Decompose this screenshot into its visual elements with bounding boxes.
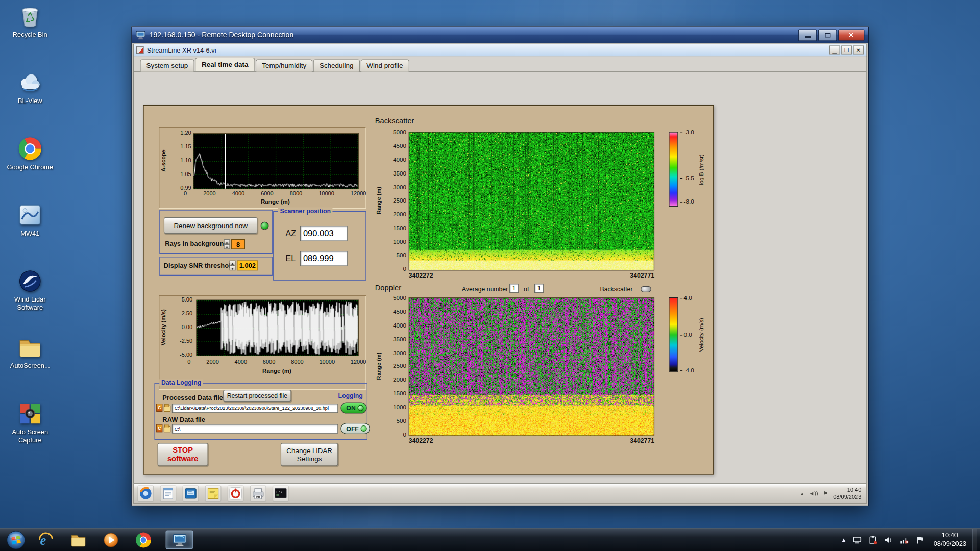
backscatter-colorbar — [669, 132, 678, 207]
xr-printer-icon[interactable]: XR — [250, 485, 266, 502]
terminal-icon[interactable]: C:\ — [273, 485, 289, 502]
desktop-icon-recycle-bin[interactable]: Recycle Bin — [3, 4, 58, 62]
vnc-icon[interactable] — [183, 485, 199, 502]
remote-flag-icon[interactable]: ⚑ — [823, 490, 828, 496]
tab-real-time-data[interactable]: Real time data — [195, 58, 255, 71]
hidden-icons-arrow[interactable]: ▲ — [841, 537, 847, 543]
az-label: AZ — [286, 229, 296, 238]
tick-label: 0 — [184, 190, 187, 196]
rays-spinner[interactable] — [224, 239, 230, 249]
tick-label: 1.15 — [180, 144, 191, 150]
browser-icon[interactable] — [137, 485, 154, 502]
raw-browse-folder-icon[interactable] — [164, 426, 170, 432]
data-logging-title: Data Logging — [159, 379, 203, 386]
desktop-icon-google-chrome[interactable]: Google Chrome — [3, 136, 58, 195]
taskbar: e ▲ 10:40 08/09/2023 — [0, 528, 980, 551]
doppler-colorbar-tick-mid: 0.0 — [680, 331, 692, 338]
processed-logging-toggle[interactable]: ON — [340, 403, 366, 414]
desktop-icon-wind-lidar-software[interactable]: Wind Lidar Software — [3, 269, 58, 328]
raw-data-file-label: RAW Data file — [162, 415, 205, 423]
backscatter-xtick-labels: 3402272 3402771 — [409, 272, 654, 279]
action-center-flag-icon[interactable] — [915, 535, 924, 544]
processed-file-path-input[interactable]: C:\LidarA\Data\Proc\2023\202309\20230908… — [172, 404, 338, 413]
streamline-titlebar: StreamLine XR v14-6.vi ▁ ❐ ✕ — [134, 44, 866, 56]
backscatter-colorbar-tick-max: -3.0 — [680, 129, 694, 135]
tick-label: 4000 — [393, 321, 406, 328]
power-icon[interactable] — [228, 485, 244, 502]
folder-icon — [17, 335, 42, 360]
minimize-button[interactable] — [798, 29, 817, 41]
desktop-icon-mw41[interactable]: MW41 — [3, 203, 58, 261]
network-tray-icon[interactable] — [900, 535, 909, 544]
tick-label: 1500 — [393, 224, 406, 231]
tick-label: 4500 — [393, 308, 406, 315]
taskbar-item-rdp-icon[interactable] — [165, 531, 193, 549]
volume-tray-icon[interactable] — [884, 535, 893, 544]
tick-label: 1500 — [393, 390, 406, 396]
snr-value-field[interactable]: 1.002 — [237, 261, 258, 271]
front-panel: A-scope 1.201.151.101.050.99 02000400060… — [143, 105, 714, 475]
taskbar-item-media-player-icon[interactable] — [101, 531, 120, 549]
tick-label: 0 — [187, 359, 190, 365]
notepad-icon[interactable] — [160, 485, 176, 502]
change-lidar-settings-button[interactable]: Change LiDAR Settings — [281, 443, 338, 466]
doppler-xtick-labels: 3402272 3402771 — [409, 437, 654, 444]
app-close-button[interactable]: ✕ — [853, 45, 864, 54]
rays-value-field[interactable]: 8 — [231, 239, 245, 249]
el-value-field[interactable]: 089.999 — [300, 251, 348, 266]
average-number-field[interactable]: 1 — [509, 284, 519, 293]
close-button[interactable]: ✕ — [838, 29, 864, 41]
browse-folder-icon[interactable] — [164, 406, 170, 412]
system-tray: ▲ 10:40 08/09/2023 — [841, 531, 969, 548]
backscatter-ytick-labels: 5000450040003500300025002000150010005000 — [386, 129, 406, 272]
taskbar-item-chrome-icon[interactable] — [133, 531, 153, 549]
sticky-note-icon[interactable] — [205, 485, 222, 502]
az-value-field[interactable]: 090.003 — [300, 226, 348, 241]
stop-software-button[interactable]: STOP software — [158, 443, 208, 466]
renew-background-button[interactable]: Renew background now — [164, 217, 258, 234]
tab-scheduling[interactable]: Scheduling — [313, 59, 360, 71]
remote-clock[interactable]: 10:40 08/09/2023 — [833, 486, 863, 501]
wind-lidar-icon — [17, 269, 42, 294]
start-button[interactable] — [6, 530, 26, 549]
desktop-icon-bl-view[interactable]: BL-View — [3, 70, 58, 129]
tick-label: 5000 — [393, 129, 406, 135]
tick-label: 3500 — [393, 170, 406, 177]
rays-in-background-label: Rays in background — [165, 240, 228, 247]
renew-led-indicator — [261, 222, 269, 230]
backscatter-mode-toggle[interactable] — [641, 286, 651, 292]
tab-system-setup[interactable]: System setup — [140, 59, 194, 71]
taskbar-item-ie-icon[interactable]: e — [36, 531, 56, 549]
chrome-icon — [17, 136, 42, 161]
backscatter-x-start: 3402272 — [409, 272, 433, 279]
app-minimize-button[interactable]: ▁ — [829, 45, 840, 54]
taskbar-item-explorer-icon[interactable] — [68, 531, 88, 549]
restart-processed-file-button[interactable]: Restart processed file — [223, 390, 291, 402]
rdp-tray-icon[interactable] — [853, 535, 862, 544]
doppler-title: Doppler — [375, 284, 401, 292]
backscatter-colorbar-tick-min: -8.0 — [680, 198, 694, 205]
raw-file-path-input[interactable]: C:\ — [172, 424, 338, 433]
clipboard-tray-icon[interactable] — [868, 535, 877, 544]
a-scope-y-axis-label: A-scope — [160, 133, 167, 188]
raw-logging-toggle[interactable]: OFF — [340, 423, 370, 434]
taskbar-clock[interactable]: 10:40 08/09/2023 — [931, 531, 969, 548]
tab-wind-profile[interactable]: Wind profile — [360, 59, 409, 71]
restore-button[interactable] — [818, 29, 837, 41]
tick-label: 2.50 — [182, 311, 192, 317]
snr-spinner[interactable] — [229, 261, 235, 271]
processed-logging-state: ON — [346, 405, 355, 411]
tick-label: 2000 — [393, 211, 406, 217]
backscatter-title: Backscatter — [375, 117, 414, 126]
desktop-icon-autoscreen-[interactable]: AutoScreen... — [3, 335, 58, 393]
average-of-field[interactable]: 1 — [534, 284, 544, 293]
app-restore-button[interactable]: ❐ — [841, 45, 852, 54]
desktop-icon-auto-screen-capture[interactable]: Auto Screen Capture — [3, 401, 58, 460]
tab-temp-humidity[interactable]: Temp/humidity — [256, 59, 312, 71]
remote-volume-icon[interactable]: ◄)) — [808, 490, 818, 496]
show-desktop-button[interactable] — [972, 528, 977, 551]
streamline-window: StreamLine XR v14-6.vi ▁ ❐ ✕ System setu… — [133, 44, 867, 484]
remote-hidden-icons-arrow[interactable]: ▴ — [801, 490, 804, 496]
tick-label: 0 — [403, 265, 406, 272]
tick-label: 2500 — [393, 363, 406, 369]
